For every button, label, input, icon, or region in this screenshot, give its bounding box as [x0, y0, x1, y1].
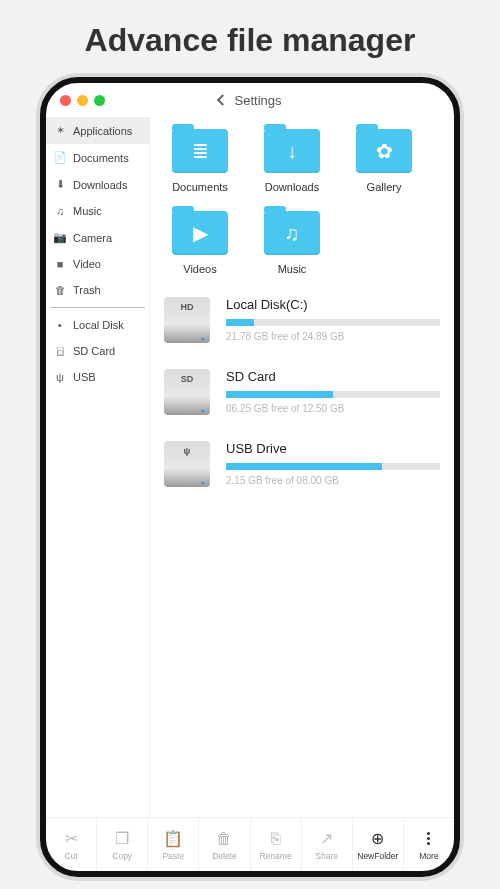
storage-usage-fill — [226, 463, 382, 470]
window-controls — [60, 95, 105, 106]
sidebar: ✶Applications📄Documents⬇Downloads♫Music📷… — [46, 117, 150, 817]
folder-label: Videos — [183, 263, 216, 275]
copy-icon: ❐ — [115, 829, 129, 849]
toolbar-more-button[interactable]: More — [404, 818, 454, 871]
storage-usage-bar — [226, 391, 440, 398]
cut-icon: ✂ — [65, 829, 78, 849]
storage-free-text: 21.78 GB free of 24.89 GB — [226, 331, 440, 342]
music-icon: ♫ — [54, 205, 66, 217]
sidebar-item-applications[interactable]: ✶Applications — [46, 117, 149, 144]
gallery-glyph-icon: ✿ — [356, 129, 412, 173]
folder-label: Gallery — [367, 181, 402, 193]
videos-glyph-icon: ▶ — [172, 211, 228, 255]
folder-label: Downloads — [265, 181, 319, 193]
drive-icon: ψ — [164, 441, 210, 487]
camera-icon: 📷 — [54, 231, 66, 244]
toolbar-paste-button[interactable]: 📋Paste — [148, 818, 199, 871]
sidebar-item-label: USB — [73, 371, 96, 383]
storage-row[interactable]: SDSD Card06.25 GB free of 12.50 GB — [164, 369, 440, 415]
local-disk-icon: ▪ — [54, 319, 66, 331]
sidebar-item-documents[interactable]: 📄Documents — [46, 144, 149, 171]
sidebar-divider — [50, 307, 145, 308]
documents-glyph-icon: ≣ — [172, 129, 228, 173]
sidebar-item-label: Local Disk — [73, 319, 124, 331]
toolbar-label: Cut — [64, 851, 77, 861]
paste-icon: 📋 — [163, 829, 183, 849]
bottom-toolbar: ✂Cut❐Copy📋Paste🗑Delete⎘Rename↗Share⊕NewF… — [46, 817, 454, 871]
folder-label: Documents — [172, 181, 228, 193]
storage-row[interactable]: HDLocal Disk(C:)21.78 GB free of 24.89 G… — [164, 297, 440, 343]
toolbar-copy-button[interactable]: ❐Copy — [97, 818, 148, 871]
toolbar-newfolder-button[interactable]: ⊕NewFolder — [353, 818, 404, 871]
sidebar-item-downloads[interactable]: ⬇Downloads — [46, 171, 149, 198]
folder-label: Music — [278, 263, 307, 275]
drive-icon: SD — [164, 369, 210, 415]
toolbar-label: Rename — [259, 851, 291, 861]
storage-name: USB Drive — [226, 441, 440, 456]
sidebar-item-sd-card[interactable]: ⌼SD Card — [46, 338, 149, 364]
storage-usage-bar — [226, 319, 440, 326]
folder-icon: ▶ — [172, 211, 228, 255]
page-title: Advance file manager — [0, 0, 500, 77]
toolbar-share-button[interactable]: ↗Share — [302, 818, 353, 871]
applications-icon: ✶ — [54, 124, 66, 137]
folder-documents[interactable]: ≣Documents — [164, 129, 236, 193]
folder-icon: ✿ — [356, 129, 412, 173]
video-icon: ■ — [54, 258, 66, 270]
sidebar-item-label: Trash — [73, 284, 101, 296]
folder-icon: ♫ — [264, 211, 320, 255]
minimize-icon[interactable] — [77, 95, 88, 106]
close-icon[interactable] — [60, 95, 71, 106]
toolbar-label: Share — [315, 851, 338, 861]
sidebar-item-label: Downloads — [73, 179, 127, 191]
sidebar-item-trash[interactable]: 🗑Trash — [46, 277, 149, 303]
back-button[interactable]: Settings — [219, 93, 282, 108]
storage-free-text: 06.25 GB free of 12.50 GB — [226, 403, 440, 414]
toolbar-label: Delete — [212, 851, 237, 861]
rename-icon: ⎘ — [271, 829, 281, 849]
folder-music[interactable]: ♫Music — [256, 211, 328, 275]
maximize-icon[interactable] — [94, 95, 105, 106]
trash-icon: 🗑 — [54, 284, 66, 296]
sidebar-item-camera[interactable]: 📷Camera — [46, 224, 149, 251]
sidebar-item-label: Documents — [73, 152, 129, 164]
storage-info: SD Card06.25 GB free of 12.50 GB — [226, 369, 440, 414]
storage-list: HDLocal Disk(C:)21.78 GB free of 24.89 G… — [164, 297, 440, 487]
toolbar-label: Copy — [112, 851, 132, 861]
sidebar-item-label: Music — [73, 205, 102, 217]
window-topbar: Settings — [46, 83, 454, 117]
sidebar-item-label: Applications — [73, 125, 132, 137]
folder-icon: ≣ — [172, 129, 228, 173]
storage-row[interactable]: ψUSB Drive2.15 GB free of 08.00 GB — [164, 441, 440, 487]
folder-icon: ↓ — [264, 129, 320, 173]
share-icon: ↗ — [320, 829, 333, 849]
sidebar-item-music[interactable]: ♫Music — [46, 198, 149, 224]
sidebar-item-usb[interactable]: ψUSB — [46, 364, 149, 390]
more-icon — [427, 829, 430, 849]
main-area: ✶Applications📄Documents⬇Downloads♫Music📷… — [46, 117, 454, 817]
folder-videos[interactable]: ▶Videos — [164, 211, 236, 275]
chevron-left-icon — [217, 94, 228, 105]
delete-icon: 🗑 — [216, 829, 232, 849]
toolbar-rename-button[interactable]: ⎘Rename — [251, 818, 302, 871]
toolbar-label: NewFolder — [357, 851, 398, 861]
sidebar-item-label: Camera — [73, 232, 112, 244]
storage-name: SD Card — [226, 369, 440, 384]
folder-downloads[interactable]: ↓Downloads — [256, 129, 328, 193]
folder-gallery[interactable]: ✿Gallery — [348, 129, 420, 193]
newfolder-icon: ⊕ — [371, 829, 384, 849]
storage-usage-fill — [226, 391, 333, 398]
toolbar-cut-button[interactable]: ✂Cut — [46, 818, 97, 871]
phone-frame: Settings ✶Applications📄Documents⬇Downloa… — [40, 77, 460, 877]
sidebar-item-video[interactable]: ■Video — [46, 251, 149, 277]
folder-grid: ≣Documents↓Downloads✿Gallery▶Videos♫Musi… — [164, 129, 440, 275]
window-title: Settings — [235, 93, 282, 108]
drive-icon: HD — [164, 297, 210, 343]
music-glyph-icon: ♫ — [264, 211, 320, 255]
toolbar-label: Paste — [162, 851, 184, 861]
sidebar-item-label: SD Card — [73, 345, 115, 357]
downloads-glyph-icon: ↓ — [264, 129, 320, 173]
storage-info: USB Drive2.15 GB free of 08.00 GB — [226, 441, 440, 486]
toolbar-delete-button[interactable]: 🗑Delete — [199, 818, 250, 871]
sidebar-item-local-disk[interactable]: ▪Local Disk — [46, 312, 149, 338]
